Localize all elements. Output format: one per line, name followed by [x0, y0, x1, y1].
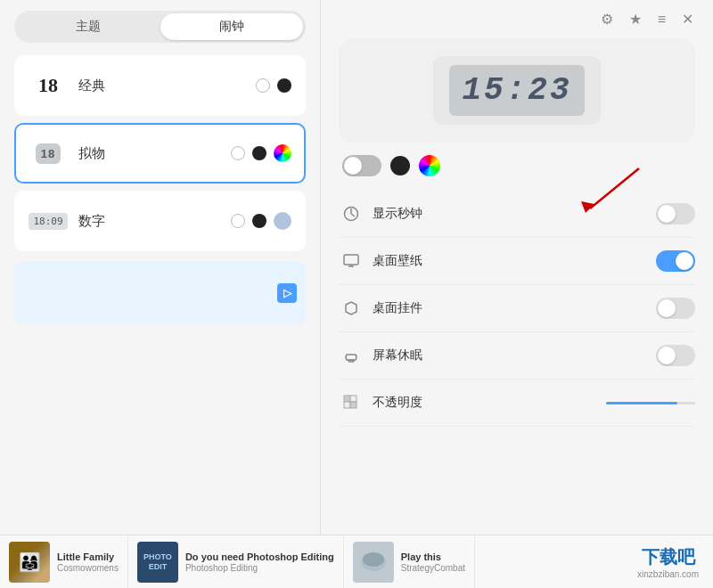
- show-seconds-icon: [339, 201, 364, 226]
- ad-item-game[interactable]: Play this StrategyCombat: [344, 535, 475, 588]
- clock-widget: 15:23: [433, 56, 600, 125]
- ad-thumb-photoshop: PHOTOEDIT: [137, 542, 178, 583]
- ad-text-photoshop: Do you need Photoshop Editing Photoshop …: [185, 551, 334, 573]
- skeuomorphic-options: [231, 144, 291, 162]
- setting-row-screen-sleep: 屏幕休眠: [339, 332, 695, 380]
- tab-bar: 主题 闹钟: [14, 11, 306, 43]
- ad-source-photoshop: Photoshop Editing: [185, 563, 334, 573]
- show-seconds-toggle[interactable]: [656, 203, 695, 225]
- ad-title-photoshop: Do you need Photoshop Editing: [185, 551, 334, 563]
- star-icon-btn[interactable]: ★: [627, 9, 643, 29]
- theme-item-classic[interactable]: 18 经典: [14, 55, 306, 116]
- desktop-wallpaper-toggle[interactable]: [656, 250, 695, 272]
- theme-item-digital[interactable]: 18:09 数字: [14, 191, 306, 251]
- desktop-wallpaper-knob: [676, 252, 693, 270]
- brand-sub: xinzbziban.com: [637, 569, 699, 579]
- opacity-label: 不透明度: [373, 395, 606, 411]
- ad-item-family[interactable]: 👨‍👩‍👧 Little Family Cosmowomens: [0, 535, 128, 588]
- screen-sleep-label: 屏幕休眠: [373, 347, 656, 363]
- settings-list: 显示秒钟 桌面壁纸: [339, 191, 695, 427]
- left-panel: 主题 闹钟 18 经典 18 拟物: [0, 0, 321, 561]
- classic-options: [256, 78, 291, 93]
- digital-radio-empty[interactable]: [231, 214, 245, 228]
- svg-rect-11: [344, 402, 350, 408]
- classic-preview-number: 18: [38, 74, 58, 97]
- skeuomorphic-color-circle[interactable]: [274, 144, 291, 162]
- skeuomorphic-radio-empty[interactable]: [231, 146, 245, 160]
- ad-text-game: Play this StrategyCombat: [401, 551, 465, 573]
- theme-item-skeuomorphic[interactable]: 18 拟物: [14, 123, 306, 184]
- brand-watermark: 下载吧 xinzbziban.com: [623, 535, 713, 588]
- screen-sleep-toggle[interactable]: [656, 345, 695, 366]
- screen-sleep-icon: [339, 343, 364, 368]
- ad-source-family: Cosmowomens: [57, 563, 119, 573]
- ad-icon: ▷: [277, 283, 297, 303]
- setting-row-desktop-widget: 桌面挂件: [339, 285, 695, 332]
- setting-row-opacity: 不透明度: [339, 380, 695, 427]
- digital-options: [231, 212, 291, 230]
- clock-lcd: 15:23: [449, 65, 584, 116]
- desktop-widget-control: [656, 298, 695, 319]
- tab-theme[interactable]: 主题: [17, 13, 160, 40]
- top-icons-bar: ⚙ ★ ≡ ✕: [339, 9, 695, 29]
- main-toggle-knob: [344, 157, 362, 175]
- desktop-widget-toggle[interactable]: [656, 298, 695, 319]
- show-seconds-control: [656, 203, 695, 225]
- digital-radio-filled[interactable]: [252, 214, 266, 228]
- digital-preview: 18:09: [29, 201, 68, 241]
- color-selector-row: [339, 155, 695, 176]
- ad-source-game: StrategyCombat: [401, 563, 465, 573]
- desktop-widget-knob: [658, 299, 676, 317]
- brand-container: 下载吧 xinzbziban.com: [637, 545, 699, 579]
- show-seconds-knob: [658, 205, 676, 223]
- classic-theme-name: 经典: [78, 78, 256, 94]
- desktop-wallpaper-label: 桌面壁纸: [373, 253, 656, 269]
- ad-thumb-game: [353, 542, 394, 583]
- svg-rect-9: [344, 396, 350, 402]
- ad-title-family: Little Family: [57, 551, 119, 563]
- screen-sleep-knob: [658, 347, 676, 364]
- tab-alarm[interactable]: 闹钟: [160, 13, 304, 40]
- opacity-icon: [339, 390, 364, 415]
- screen-sleep-control: [656, 345, 695, 366]
- skeuomorphic-radio-filled[interactable]: [252, 146, 266, 160]
- color-black-option[interactable]: [390, 156, 410, 176]
- left-ad-banner[interactable]: ▷: [14, 262, 306, 324]
- ad-item-photoshop[interactable]: PHOTOEDIT Do you need Photoshop Editing …: [128, 535, 344, 588]
- bottom-ad-bar: 👨‍👩‍👧 Little Family Cosmowomens PHOTOEDI…: [0, 535, 713, 588]
- color-rainbow-option[interactable]: [419, 155, 440, 176]
- clock-time: 15:23: [462, 72, 571, 109]
- desktop-wallpaper-control: [656, 250, 695, 272]
- classic-radio-filled[interactable]: [277, 78, 291, 93]
- digital-theme-name: 数字: [78, 213, 231, 230]
- svg-rect-8: [348, 360, 354, 362]
- svg-line-4: [351, 214, 355, 216]
- svg-rect-5: [344, 255, 358, 265]
- main-toggle[interactable]: [342, 155, 381, 176]
- skeuomorphic-preview-number: 18: [36, 143, 61, 164]
- skeuomorphic-preview: 18: [29, 134, 68, 173]
- digital-color-circle[interactable]: [274, 212, 291, 230]
- ad-thumb-family: 👨‍👩‍👧: [9, 542, 50, 583]
- clock-display-container: 15:23: [339, 38, 695, 143]
- close-icon-btn[interactable]: ✕: [680, 9, 695, 29]
- desktop-wallpaper-icon: [339, 249, 364, 274]
- setting-row-desktop-wallpaper: 桌面壁纸: [339, 238, 695, 285]
- opacity-slider-track[interactable]: [606, 402, 695, 404]
- setting-row-show-seconds: 显示秒钟: [339, 191, 695, 238]
- opacity-slider-fill: [606, 402, 677, 404]
- show-seconds-label: 显示秒钟: [373, 206, 656, 222]
- right-panel: ⚙ ★ ≡ ✕ 15:23: [321, 0, 713, 561]
- digital-preview-time: 18:09: [29, 213, 67, 230]
- skeuomorphic-theme-name: 拟物: [78, 145, 231, 162]
- classic-preview: 18: [29, 66, 68, 105]
- svg-rect-10: [350, 396, 356, 402]
- ad-text-family: Little Family Cosmowomens: [57, 551, 119, 573]
- settings-icon-btn[interactable]: ⚙: [599, 9, 615, 29]
- desktop-widget-label: 桌面挂件: [373, 300, 656, 316]
- classic-radio-empty[interactable]: [256, 78, 270, 93]
- opacity-control: [606, 402, 695, 404]
- svg-rect-12: [350, 402, 356, 408]
- menu-icon-btn[interactable]: ≡: [656, 9, 668, 29]
- svg-point-14: [363, 552, 384, 567]
